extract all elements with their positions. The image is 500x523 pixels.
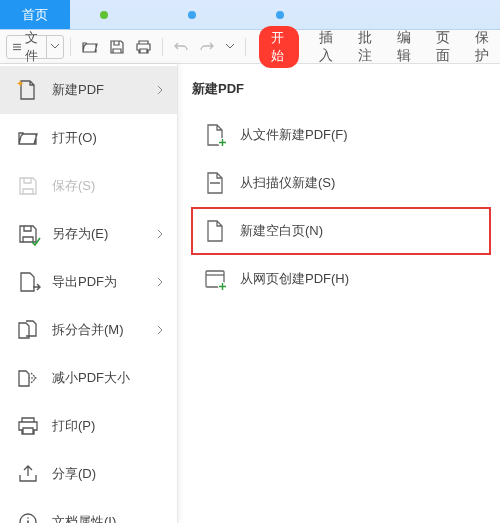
menu-item-print[interactable]: 打印(P) <box>0 402 177 450</box>
save-icon <box>18 176 38 196</box>
tab-doc-2[interactable] <box>138 0 226 29</box>
submenu-item-label: 从文件新建PDF(F) <box>240 126 348 144</box>
menu-item-label: 减小PDF大小 <box>52 369 130 387</box>
menu-item-split-merge[interactable]: 拆分合并(M) <box>0 306 177 354</box>
status-dot-icon <box>188 11 196 19</box>
open-button[interactable] <box>77 34 103 60</box>
menu-item-reduce-size[interactable]: 减小PDF大小 <box>0 354 177 402</box>
tab-home[interactable]: 首页 <box>0 0 70 29</box>
tab-edit-label: 编辑 <box>397 29 411 63</box>
file-plus-icon <box>204 124 226 146</box>
more-button[interactable] <box>221 34 239 60</box>
save-icon <box>110 40 124 54</box>
menu-item-label: 打印(P) <box>52 417 95 435</box>
chevron-right-icon <box>158 230 163 238</box>
tab-protect[interactable]: 保护 <box>473 25 494 69</box>
menu-item-label: 导出PDF为 <box>52 273 117 291</box>
save-button[interactable] <box>105 34 129 60</box>
scanner-icon <box>204 172 226 194</box>
menu-item-label: 打开(O) <box>52 129 97 147</box>
info-icon <box>18 512 38 523</box>
menu-item-label: 分享(D) <box>52 465 96 483</box>
separator <box>245 38 246 56</box>
export-icon <box>18 272 38 292</box>
tab-page[interactable]: 页面 <box>434 25 455 69</box>
menu-item-open[interactable]: 打开(O) <box>0 114 177 162</box>
submenu-panel: 新建PDF 从文件新建PDF(F) 从扫描仪新建(S) 新建空白页(N) <box>178 64 500 523</box>
share-icon <box>18 464 38 484</box>
redo-button[interactable] <box>195 34 219 60</box>
print-icon <box>18 416 38 436</box>
chevron-right-icon <box>158 326 163 334</box>
menu-item-export[interactable]: 导出PDF为 <box>0 258 177 306</box>
tab-protect-label: 保护 <box>475 29 489 63</box>
tab-page-label: 页面 <box>436 29 450 63</box>
blank-page-icon <box>204 220 226 242</box>
hamburger-icon <box>13 42 21 52</box>
submenu-item-from-file[interactable]: 从文件新建PDF(F) <box>192 112 490 158</box>
tab-doc-3[interactable] <box>226 0 314 29</box>
submenu-item-from-web[interactable]: 从网页创建PDF(H) <box>192 256 490 302</box>
print-button[interactable] <box>131 34 156 60</box>
menu-item-properties[interactable]: 文档属性(I) <box>0 498 177 523</box>
toolbar: 文件 开始 插入 批注 编辑 页面 保护 <box>0 30 500 64</box>
redo-icon <box>200 41 214 53</box>
file-menu-button[interactable]: 文件 <box>6 35 64 59</box>
status-dot-icon <box>100 11 108 19</box>
submenu-item-label: 从扫描仪新建(S) <box>240 174 335 192</box>
separator <box>162 38 163 56</box>
web-page-icon <box>204 268 226 290</box>
folder-open-icon <box>18 128 38 148</box>
menu-item-save-as[interactable]: 另存为(E) <box>0 210 177 258</box>
menu-item-share[interactable]: 分享(D) <box>0 450 177 498</box>
file-menu: ✦ 新建PDF 打开(O) 保存(S) 另存为(E) <box>0 64 178 523</box>
tab-comment-label: 批注 <box>358 29 372 63</box>
separator <box>70 38 71 56</box>
menu-item-new-pdf[interactable]: ✦ 新建PDF <box>0 66 177 114</box>
tab-doc-1[interactable] <box>70 0 138 29</box>
tab-home-label: 首页 <box>22 6 48 24</box>
submenu-title: 新建PDF <box>192 80 490 98</box>
split-merge-icon <box>18 320 38 340</box>
tab-comment[interactable]: 批注 <box>356 25 377 69</box>
menu-item-label: 新建PDF <box>52 81 104 99</box>
print-icon <box>136 40 151 54</box>
folder-open-icon <box>82 40 98 54</box>
submenu-item-label: 新建空白页(N) <box>240 222 323 240</box>
new-file-icon: ✦ <box>18 80 38 100</box>
menu-item-label: 文档属性(I) <box>52 513 116 523</box>
menu-item-label: 拆分合并(M) <box>52 321 124 339</box>
tab-start-label: 开始 <box>271 30 284 63</box>
menu-item-label: 另存为(E) <box>52 225 108 243</box>
tab-start[interactable]: 开始 <box>259 26 299 68</box>
submenu-item-blank-page[interactable]: 新建空白页(N) <box>192 208 490 254</box>
undo-button[interactable] <box>169 34 193 60</box>
file-caret[interactable] <box>46 36 59 58</box>
submenu-item-label: 从网页创建PDF(H) <box>240 270 349 288</box>
tab-insert-label: 插入 <box>319 29 333 63</box>
chevron-right-icon <box>158 86 163 94</box>
tab-edit[interactable]: 编辑 <box>395 25 416 69</box>
status-dot-icon <box>276 11 284 19</box>
save-as-icon <box>18 224 38 244</box>
tab-insert[interactable]: 插入 <box>317 25 338 69</box>
chevron-down-icon <box>226 44 234 49</box>
main-tabs: 开始 插入 批注 编辑 页面 保护 <box>259 25 494 69</box>
menu-item-label: 保存(S) <box>52 177 95 195</box>
chevron-down-icon <box>51 44 59 49</box>
menu-item-save: 保存(S) <box>0 162 177 210</box>
file-label: 文件 <box>25 29 42 65</box>
submenu-item-from-scanner[interactable]: 从扫描仪新建(S) <box>192 160 490 206</box>
body-area: ✦ 新建PDF 打开(O) 保存(S) 另存为(E) <box>0 64 500 523</box>
undo-icon <box>174 41 188 53</box>
chevron-right-icon <box>158 278 163 286</box>
compress-icon <box>18 368 38 388</box>
